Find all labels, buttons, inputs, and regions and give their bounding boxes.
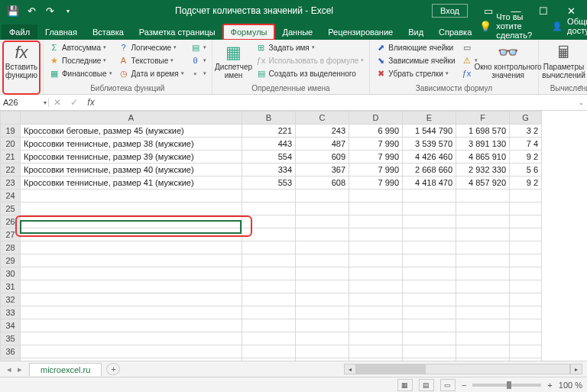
cell[interactable] [242, 293, 296, 306]
more-button[interactable]: ▪▾ [188, 67, 209, 79]
cell[interactable] [403, 190, 456, 202]
cell[interactable] [242, 319, 296, 332]
row-header[interactable]: 20 [1, 138, 21, 151]
table-row[interactable]: 21 Кроссовки теннисные, размер 39 (мужск… [1, 151, 542, 164]
cell[interactable] [296, 215, 349, 228]
cell[interactable]: 221 [242, 125, 296, 138]
view-normal-icon[interactable]: ▦ [397, 379, 413, 391]
create-from-selection-button[interactable]: ▤Создать из выделенного [254, 67, 367, 79]
cell[interactable] [510, 241, 542, 254]
cell[interactable] [456, 202, 510, 215]
cell[interactable] [296, 293, 349, 306]
col-header-a[interactable]: A [21, 112, 242, 125]
cell[interactable] [510, 190, 542, 202]
cell[interactable]: 7 990 [349, 138, 403, 151]
tab-formulas[interactable]: Формулы [223, 24, 275, 40]
enter-formula-icon[interactable]: ✓ [66, 97, 83, 108]
cell[interactable]: 4 418 470 [403, 177, 456, 190]
row-header[interactable]: 33 [1, 306, 21, 319]
cell[interactable] [21, 190, 242, 202]
cell[interactable] [296, 306, 349, 319]
cell[interactable] [349, 293, 403, 306]
cell[interactable]: 2 668 660 [403, 164, 456, 177]
cell[interactable] [510, 254, 542, 267]
cell[interactable] [242, 190, 296, 202]
hscroll-right-icon[interactable]: ▸ [570, 364, 582, 374]
table-row[interactable]: 35 [1, 332, 542, 345]
cell[interactable]: 7 990 [349, 164, 403, 177]
sheet-tab[interactable]: microexcel.ru [29, 363, 102, 376]
cell[interactable] [296, 332, 349, 345]
cell[interactable] [21, 215, 242, 228]
zoom-in-icon[interactable]: + [547, 381, 552, 390]
cell[interactable] [21, 241, 242, 254]
col-header-d[interactable]: D [349, 112, 403, 125]
row-header[interactable]: 31 [1, 280, 21, 293]
cell[interactable]: 4 426 460 [403, 151, 456, 164]
cell[interactable] [21, 202, 242, 215]
name-box[interactable]: A26▾ [0, 98, 49, 107]
cell[interactable]: 553 [242, 177, 296, 190]
col-header-g[interactable]: G [510, 112, 542, 125]
row-header[interactable]: 34 [1, 319, 21, 332]
table-row[interactable]: 29 [1, 254, 542, 267]
spreadsheet-grid[interactable]: A B C D E F G 19 Кроссовки беговые, разм… [0, 111, 587, 392]
cell[interactable]: 7 990 [349, 177, 403, 190]
cell[interactable] [21, 293, 242, 306]
table-row[interactable]: 33 [1, 306, 542, 319]
select-all-corner[interactable] [1, 112, 21, 125]
name-manager-button[interactable]: ▦ Диспетчер имен [216, 41, 252, 84]
cell[interactable] [349, 190, 403, 202]
cell[interactable] [510, 267, 542, 280]
zoom-slider[interactable] [472, 384, 541, 387]
cell[interactable] [510, 293, 542, 306]
cell[interactable] [296, 241, 349, 254]
cell[interactable] [349, 241, 403, 254]
cell[interactable]: 487 [296, 138, 349, 151]
cell[interactable] [510, 202, 542, 215]
table-row[interactable]: 22 Кроссовки теннисные, размер 40 (мужск… [1, 164, 542, 177]
table-row[interactable]: 19 Кроссовки беговые, размер 45 (мужские… [1, 125, 542, 138]
cell[interactable] [510, 345, 542, 358]
table-row[interactable]: 28 [1, 241, 542, 254]
collapse-ribbon-icon[interactable]: ⌃ [578, 84, 584, 92]
cell[interactable]: Кроссовки теннисные, размер 40 (мужские) [21, 164, 242, 177]
cell[interactable] [349, 267, 403, 280]
cell[interactable] [21, 319, 242, 332]
cell[interactable] [456, 254, 510, 267]
cell[interactable] [510, 280, 542, 293]
cell[interactable]: 1 698 570 [456, 125, 510, 138]
save-icon[interactable]: 💾 [5, 2, 21, 19]
tab-file[interactable]: Файл [2, 24, 37, 40]
row-header[interactable]: 35 [1, 332, 21, 345]
cell[interactable] [456, 293, 510, 306]
cell[interactable]: 608 [296, 177, 349, 190]
row-header[interactable]: 24 [1, 190, 21, 202]
col-header-b[interactable]: B [242, 112, 296, 125]
cell[interactable] [21, 254, 242, 267]
cell[interactable] [296, 267, 349, 280]
row-header[interactable]: 28 [1, 241, 21, 254]
tab-data[interactable]: Данные [274, 24, 320, 40]
table-row[interactable]: 27 [1, 228, 542, 241]
cell[interactable]: 367 [296, 164, 349, 177]
trace-precedents-button[interactable]: ⬈Влияющие ячейки [373, 41, 457, 53]
insert-function-button[interactable]: fx Вставить функцию [3, 41, 40, 94]
cell[interactable] [456, 280, 510, 293]
view-layout-icon[interactable]: ▤ [419, 379, 434, 391]
view-pagebreak-icon[interactable]: ▭ [440, 379, 456, 391]
namebox-dropdown-icon[interactable]: ▾ [44, 99, 47, 106]
cell[interactable]: 443 [242, 138, 296, 151]
hscroll-thumb[interactable] [357, 364, 426, 374]
cell[interactable]: Кроссовки теннисные, размер 41 (мужские) [21, 177, 242, 190]
cell[interactable]: 5 6 [510, 164, 542, 177]
row-header[interactable]: 36 [1, 345, 21, 358]
cell[interactable]: 9 2 [510, 177, 542, 190]
cell[interactable]: 7 990 [349, 151, 403, 164]
table-row[interactable]: 36 [1, 345, 542, 358]
trace-dependents-button[interactable]: ⬊Зависимые ячейки [373, 54, 457, 66]
sheet-nav-prev-icon[interactable]: ◂ [5, 364, 14, 374]
row-header[interactable]: 21 [1, 151, 21, 164]
column-headers[interactable]: A B C D E F G [1, 112, 542, 125]
cell[interactable] [456, 306, 510, 319]
